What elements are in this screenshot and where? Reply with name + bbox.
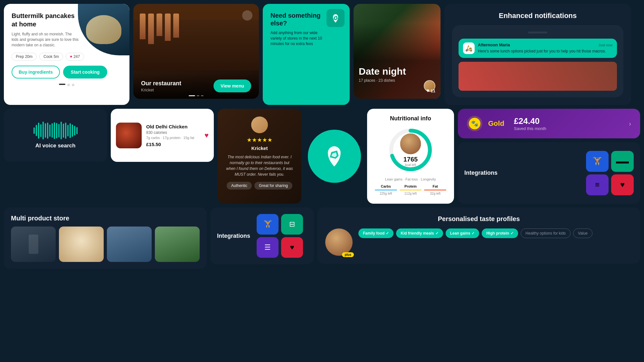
macro-protein: Protein 112g left bbox=[398, 184, 423, 195]
deliveroo-logo-icon bbox=[327, 9, 345, 27]
integration-notes-icon[interactable]: ≡ bbox=[586, 174, 609, 195]
macro-fat: Fat 32g left bbox=[423, 184, 448, 195]
review-text: The most delicious Indian food ever. I n… bbox=[225, 154, 294, 177]
likes-tag: ♥247 bbox=[66, 53, 84, 60]
pancake-description: Light, fluffy and oh so moreish. The kid… bbox=[12, 32, 79, 48]
review-tag-authentic: Authentic bbox=[227, 182, 252, 190]
nutrition-goals: Lean gains · Fat loss · Longevity bbox=[374, 177, 448, 181]
taste-tag-value[interactable]: Value bbox=[573, 228, 592, 238]
macro-carbs: Carbs 225g left bbox=[374, 184, 398, 195]
review-restaurant-name: Kricket bbox=[225, 145, 294, 151]
integrations-card: Integrations 🏋 ▬▬ ≡ ♥ bbox=[458, 142, 640, 204]
need-description: Add anything from our wide variety of st… bbox=[270, 30, 325, 46]
integration-health-icon[interactable]: ▬▬ bbox=[611, 151, 634, 172]
gold-label: Gold bbox=[488, 119, 504, 128]
gold-badge-icon: 🐾 bbox=[467, 116, 482, 131]
review-tag-sharing: Great for sharing bbox=[254, 182, 292, 190]
food-name: Old Delhi Chicken bbox=[146, 124, 200, 129]
food-item-card: Old Delhi Chicken 830 calories 7g carbs … bbox=[111, 109, 214, 162]
voice-waves bbox=[33, 122, 78, 139]
nutrition-title: Nutritional info bbox=[374, 115, 448, 122]
food-price: £15.50 bbox=[146, 142, 200, 147]
buy-ingredients-button[interactable]: Buy ingredients bbox=[12, 66, 60, 79]
food-macros: 7g carbs · 17g protein · 15g fat bbox=[146, 136, 200, 140]
food-heart-icon[interactable]: ♥ bbox=[204, 131, 209, 140]
review-card: ★★★★★ Kricket The most delicious Indian … bbox=[218, 109, 301, 204]
restaurant-card: Our restaurant Kricket View menu bbox=[133, 4, 259, 99]
taste-profiles-card: Personalised taste profiles plus Family … bbox=[317, 208, 640, 264]
nutrition-avatar bbox=[400, 134, 421, 154]
taste-tag-lean-gains[interactable]: Lean gains ✓ bbox=[446, 228, 479, 238]
taste-tag-high-protein[interactable]: High protein ✓ bbox=[482, 228, 518, 238]
taste-avatar bbox=[325, 228, 353, 256]
voice-search-card: AI voice search bbox=[4, 109, 107, 162]
date-night-card: Date night 17 places · 23 dishes ♥ 11 bbox=[354, 4, 440, 99]
product-image-1 bbox=[11, 227, 56, 262]
nutrition-card: Nutritional info 1765 kcal left Lean gai… bbox=[367, 109, 454, 204]
need-title: Need something else? bbox=[270, 12, 322, 27]
gold-card[interactable]: 🐾 Gold £24.40 Saved this month › bbox=[458, 109, 640, 138]
multi-product-card: Multi product store bbox=[4, 208, 207, 269]
integration-fitness-icon[interactable]: 🏋 bbox=[586, 151, 609, 172]
product-image-4 bbox=[155, 227, 200, 262]
kcal-label: kcal left bbox=[400, 163, 421, 167]
integrations-title: Integrations bbox=[464, 170, 497, 176]
gold-saved: Saved this month bbox=[514, 126, 546, 131]
view-menu-button[interactable]: View menu bbox=[213, 79, 251, 92]
int-health-icon[interactable]: ⊟ bbox=[281, 214, 303, 235]
int-log-icon[interactable]: ☰ bbox=[257, 237, 279, 258]
kcal-number: 1765 bbox=[400, 156, 421, 163]
pancake-card: Buttermilk pancakes at home Light, fluff… bbox=[4, 4, 129, 105]
notif-title: Afternoon Maria bbox=[478, 42, 510, 47]
restaurant-name: Kricket bbox=[141, 88, 181, 92]
int-fav-icon[interactable]: ♥ bbox=[281, 237, 303, 258]
notification-icon: 🛵 bbox=[463, 42, 475, 54]
product-image-2 bbox=[59, 227, 104, 262]
taste-tag-kid-friendly[interactable]: Kid friendly meals ✓ bbox=[396, 228, 443, 238]
taste-title: Personalised taste profiles bbox=[325, 215, 632, 223]
int-fitness-icon[interactable]: 🏋 bbox=[257, 214, 279, 235]
gold-chevron-icon: › bbox=[629, 120, 631, 127]
multi-product-title: Multi product store bbox=[11, 215, 200, 222]
review-stars: ★★★★★ bbox=[225, 136, 294, 144]
start-cooking-button[interactable]: Start cooking bbox=[63, 66, 107, 79]
date-night-title: Date night 17 places · 23 dishes bbox=[359, 67, 406, 83]
date-night-likes: ♥ 11 bbox=[426, 74, 435, 94]
food-calories: 830 calories bbox=[146, 130, 200, 135]
prep-tag: Prep 20m bbox=[12, 53, 37, 60]
integrations-bottom-title: Integrations bbox=[217, 233, 250, 239]
cook-tag: Cook 5m bbox=[39, 53, 63, 60]
gold-amount: £24.40 bbox=[514, 116, 546, 126]
product-image-3 bbox=[107, 227, 152, 262]
taste-tag-family-food[interactable]: Family food ✓ bbox=[358, 228, 393, 238]
plus-badge: plus bbox=[342, 252, 354, 257]
food-image bbox=[116, 123, 142, 148]
taste-tag-healthy-kids[interactable]: Healthy options for kids bbox=[521, 228, 571, 238]
integrations-bottom-card: Integrations 🏋 ⊟ ☰ ♥ bbox=[211, 208, 314, 264]
voice-label: AI voice search bbox=[35, 143, 76, 149]
notif-time: Just now bbox=[599, 43, 612, 47]
deliveroo-logo-card bbox=[305, 109, 363, 204]
enhanced-notifications-card: Enhanced notifications 🛵 Afternoon Maria… bbox=[444, 4, 631, 105]
review-avatar bbox=[251, 116, 268, 133]
integration-heart-icon[interactable]: ♥ bbox=[611, 174, 634, 195]
notif-text: Here's some lunch options picked just fo… bbox=[478, 49, 612, 54]
need-something-card: Need something else? Add anything from o… bbox=[263, 4, 350, 105]
pancake-title: Buttermilk pancakes at home bbox=[12, 12, 76, 28]
restaurant-label: Our restaurant bbox=[141, 80, 181, 87]
enhanced-title: Enhanced notifications bbox=[452, 12, 623, 20]
